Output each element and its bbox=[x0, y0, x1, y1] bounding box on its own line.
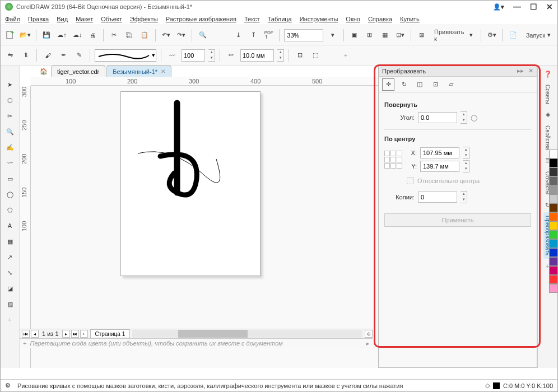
last-page-button[interactable]: ⏭ bbox=[71, 330, 79, 338]
color-tray[interactable]: + Перетащите сюда цвета (или объекты), ч… bbox=[20, 338, 373, 348]
tab-close-icon[interactable]: ✕ bbox=[161, 68, 165, 74]
menu-tools[interactable]: Инструменты bbox=[300, 16, 338, 22]
snap-icon[interactable]: ⊠ bbox=[416, 29, 427, 41]
search-icon[interactable]: 🔍 bbox=[197, 29, 208, 41]
crop-tool[interactable]: ✂ bbox=[3, 109, 17, 123]
new-button[interactable]: + bbox=[4, 29, 16, 41]
menu-view[interactable]: Вид bbox=[57, 16, 68, 22]
color-swatch[interactable] bbox=[549, 176, 558, 185]
nib-icon[interactable]: ✎ bbox=[73, 49, 85, 62]
mirror-v-icon[interactable]: ⥮ bbox=[20, 49, 32, 62]
redo-button[interactable]: ↷▾ bbox=[175, 29, 187, 41]
color-swatch[interactable] bbox=[549, 212, 558, 221]
color-swatch[interactable] bbox=[549, 158, 558, 167]
dotted-box-icon[interactable]: ⬚ bbox=[309, 49, 322, 62]
snap-dropdown[interactable]: Привязать к ▾ bbox=[431, 29, 476, 41]
mirror-h-icon[interactable]: ⇋ bbox=[4, 49, 16, 62]
color-swatch[interactable] bbox=[549, 239, 558, 248]
menu-layout[interactable]: Макет bbox=[76, 16, 93, 22]
x-input[interactable] bbox=[420, 147, 459, 158]
bounding-icon[interactable]: ⊡ bbox=[294, 49, 306, 62]
doc-tab-2[interactable]: Безымянный-1*✕ bbox=[106, 66, 171, 77]
shape-tool[interactable]: ⬡ bbox=[3, 94, 17, 107]
angle-input[interactable] bbox=[418, 112, 457, 123]
eyedropper-tool[interactable]: + bbox=[3, 313, 17, 326]
docker-collapse-icon[interactable]: ▸▸ bbox=[517, 67, 524, 74]
color-swatch[interactable] bbox=[549, 150, 558, 158]
menu-file[interactable]: Файл bbox=[5, 16, 20, 22]
ellipse-tool[interactable]: ◯ bbox=[3, 188, 17, 201]
properties-tab[interactable]: Свойства bbox=[543, 122, 552, 153]
menu-window[interactable]: Окно bbox=[346, 16, 360, 22]
polygon-tool[interactable]: ⬠ bbox=[3, 203, 17, 217]
docker-close-icon[interactable]: ✕ bbox=[528, 67, 533, 74]
close-button[interactable]: ✕ bbox=[546, 2, 553, 11]
zoom-dropdown-icon[interactable]: ▾ bbox=[327, 29, 338, 41]
menu-edit[interactable]: Правка bbox=[28, 16, 49, 22]
brush-icon[interactable]: 🖌 bbox=[41, 49, 54, 62]
docker-header[interactable]: Преобразовать ▸▸✕ bbox=[379, 66, 537, 77]
color-swatch[interactable] bbox=[549, 248, 558, 257]
menu-buy[interactable]: Купить bbox=[400, 16, 420, 22]
rect-tool[interactable]: ▭ bbox=[3, 172, 17, 185]
connector-tool[interactable]: ⤡ bbox=[3, 266, 17, 279]
rotate-tab-icon[interactable]: ↻ bbox=[398, 78, 410, 91]
page[interactable] bbox=[120, 91, 261, 276]
color-swatch[interactable] bbox=[549, 257, 558, 266]
launch-icon[interactable]: 📄 bbox=[507, 29, 519, 41]
color-swatch[interactable] bbox=[549, 266, 558, 275]
page-tab[interactable]: Страница 1 bbox=[90, 329, 131, 338]
color-swatch[interactable] bbox=[549, 185, 558, 194]
pdf-button[interactable]: PDF⤒ bbox=[263, 29, 275, 41]
first-page-button[interactable]: ⏮ bbox=[22, 330, 30, 338]
pick-tool[interactable]: ➤ bbox=[3, 78, 17, 91]
dimension-tool[interactable]: ↗ bbox=[3, 250, 17, 264]
guides-icon[interactable]: ⊡▾ bbox=[394, 29, 406, 41]
print-button[interactable]: 🖨 bbox=[86, 29, 98, 41]
smoothness-input[interactable] bbox=[182, 49, 205, 62]
copy-button[interactable]: ⿻ bbox=[123, 29, 135, 41]
stroke-width-input[interactable] bbox=[240, 49, 274, 62]
fill-icon[interactable]: ◇ bbox=[485, 382, 490, 389]
status-gear-icon[interactable]: ⚙ bbox=[5, 382, 13, 390]
hscrollbar[interactable] bbox=[132, 330, 362, 338]
menu-help[interactable]: Справка bbox=[368, 16, 392, 22]
ruler-vertical[interactable]: 300 250 200 150 100 bbox=[20, 86, 31, 368]
size-tab-icon[interactable]: ⊡ bbox=[429, 78, 441, 91]
angle-spinner[interactable]: ▴▾ bbox=[461, 111, 467, 124]
export-button[interactable]: ⤒ bbox=[248, 29, 259, 41]
minimize-button[interactable]: — bbox=[513, 2, 521, 11]
paste-button[interactable]: 📋 bbox=[138, 29, 150, 41]
next-page-button[interactable]: ▸ bbox=[62, 330, 70, 338]
menu-bitmaps[interactable]: Растровые изображения bbox=[166, 16, 236, 22]
scale-tab-icon[interactable]: ◫ bbox=[413, 78, 426, 91]
zoom-select[interactable] bbox=[284, 29, 323, 41]
menu-table[interactable]: Таблица bbox=[268, 16, 292, 22]
maximize-button[interactable]: ☐ bbox=[530, 2, 537, 11]
fullscreen-icon[interactable]: ▣ bbox=[348, 29, 360, 41]
color-swatch[interactable] bbox=[549, 194, 558, 203]
add-icon[interactable]: + bbox=[340, 49, 352, 62]
y-spinner[interactable]: ▴▾ bbox=[463, 160, 469, 172]
prev-page-button[interactable]: ◂ bbox=[31, 330, 39, 338]
copies-spinner[interactable]: ▴▾ bbox=[461, 191, 467, 203]
settings-icon[interactable]: ⚙▾ bbox=[486, 29, 497, 41]
x-spinner[interactable]: ▴▾ bbox=[463, 147, 469, 159]
props-icon[interactable]: ◈ bbox=[543, 110, 553, 120]
hints-tab[interactable]: Советы bbox=[543, 81, 552, 108]
freehand-tool[interactable]: ✍ bbox=[3, 141, 17, 154]
color-swatch[interactable] bbox=[549, 221, 558, 230]
cut-button[interactable]: ✂ bbox=[108, 29, 120, 41]
relative-checkbox[interactable] bbox=[407, 177, 414, 184]
color-swatch[interactable] bbox=[549, 230, 558, 239]
open-button[interactable]: 📂▾ bbox=[19, 29, 31, 41]
cloud-up-icon[interactable]: ☁↑ bbox=[56, 29, 68, 41]
color-swatch[interactable] bbox=[549, 275, 558, 284]
grid-icon[interactable]: ▦ bbox=[379, 29, 390, 41]
text-tool[interactable]: A bbox=[3, 219, 17, 232]
position-tab-icon[interactable]: ✛ bbox=[382, 78, 394, 91]
zoom-reset-icon[interactable]: ⊕ bbox=[365, 330, 373, 338]
save-button[interactable]: 💾 bbox=[41, 29, 53, 41]
add-page-button[interactable]: + bbox=[80, 330, 88, 338]
pen-icon[interactable]: ✒ bbox=[57, 49, 69, 62]
